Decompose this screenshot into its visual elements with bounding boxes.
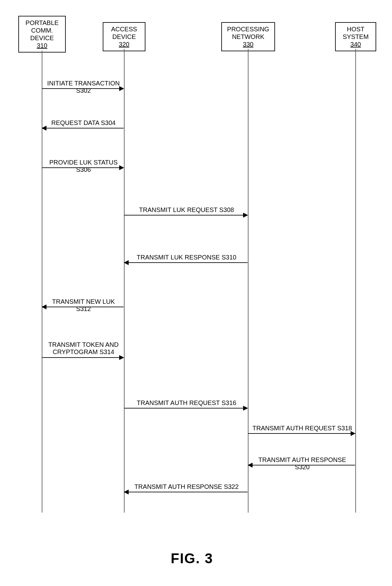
msg-s314: TRANSMIT TOKEN AND CRYPTOGRAM S314 [44, 341, 123, 356]
msg-s304: REQUEST DATA S304 [44, 119, 123, 127]
figure-label: FIG. 3 [171, 551, 213, 566]
msg-s312: TRANSMIT NEW LUK S312 [44, 298, 123, 313]
sequence-diagram: PORTABLE COMM. DEVICE 310 ACCESS DEVICE … [0, 0, 392, 586]
msg-s322: TRANSMIT AUTH RESPONSE S322 [126, 483, 247, 490]
msg-s310: TRANSMIT LUK RESPONSE S310 [126, 254, 247, 261]
msg-s314-line1: TRANSMIT TOKEN AND [48, 341, 119, 348]
msg-s316: TRANSMIT AUTH REQUEST S316 [126, 399, 247, 407]
msg-s318: TRANSMIT AUTH REQUEST S318 [250, 425, 354, 432]
msg-s306: PROVIDE LUK STATUS S306 [44, 159, 123, 173]
msg-s320: TRANSMIT AUTH RESPONSE S320 [250, 456, 354, 471]
msg-s314-line2: CRYPTOGRAM S314 [53, 348, 114, 355]
msg-s302: INITIATE TRANSACTION S302 [44, 80, 123, 94]
msg-s308: TRANSMIT LUK REQUEST S308 [126, 206, 247, 214]
